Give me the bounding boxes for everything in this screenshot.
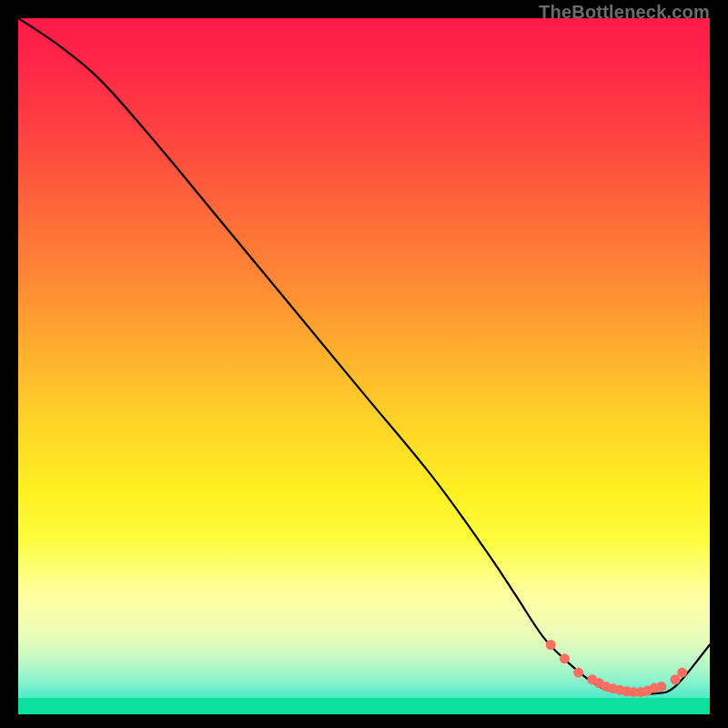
marker-dot	[573, 668, 583, 678]
marker-dot	[560, 653, 570, 663]
plot-area	[18, 18, 710, 714]
marker-dot	[656, 682, 666, 692]
marker-dot	[677, 668, 687, 678]
chart-stage: TheBottleneck.com	[0, 0, 728, 728]
plot-svg	[18, 18, 710, 714]
green-baseline	[18, 698, 710, 714]
curve-line	[18, 18, 710, 694]
marker-dot	[546, 640, 556, 650]
marker-group	[546, 640, 687, 697]
